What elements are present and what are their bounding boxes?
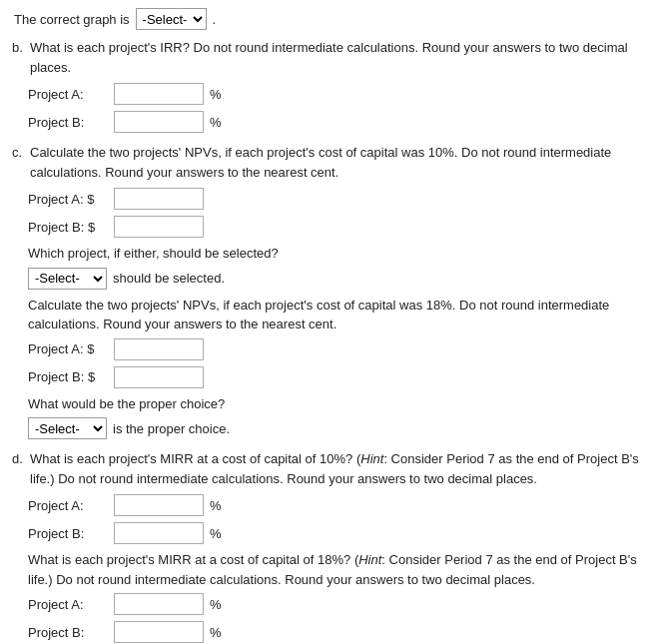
section-c-description2: Calculate the two projects' NPVs, if eac… (28, 296, 644, 334)
section-c-project-a-input[interactable] (114, 188, 204, 210)
section-b-description: What is each project's IRR? Do not round… (30, 38, 644, 77)
section-c-project-a2-label: Project A: $ (28, 341, 108, 356)
section-c-project-a-label: Project A: $ (28, 192, 108, 207)
section-c-after-select2: is the proper choice. (113, 421, 230, 436)
section-d-project-a-row: Project A: % (28, 494, 644, 516)
section-d-project-a2-row: Project A: % (28, 593, 644, 615)
section-b-project-a-input[interactable] (114, 83, 204, 105)
section-c-question-select-text: Which project, if either, should be sele… (28, 244, 644, 264)
section-d-project-b-unit: % (210, 526, 222, 541)
section-d-project-a-input[interactable] (114, 494, 204, 516)
section-c-project-a-row: Project A: $ (28, 188, 644, 210)
section-b-project-b-row: Project B: % (28, 111, 644, 133)
section-d: d. What is each project's MIRR at a cost… (12, 449, 644, 643)
section-c-letter: c. (12, 143, 26, 182)
section-d-project-b2-input[interactable] (114, 621, 204, 643)
section-c: c. Calculate the two projects' NPVs, if … (12, 143, 644, 439)
section-c-select2-row: -Select- Project A Project B Neither is … (28, 417, 644, 439)
correct-graph-select-wrapper[interactable]: -Select- A B C D (136, 8, 207, 30)
section-d-project-b2-unit: % (210, 625, 222, 640)
section-c-project-select[interactable]: -Select- Project A Project B Neither (28, 268, 107, 290)
section-b-header: b. What is each project's IRR? Do not ro… (12, 38, 644, 77)
section-d-project-a2-label: Project A: (28, 597, 108, 612)
section-d-description2: What is each project's MIRR at a cost of… (28, 550, 644, 589)
section-d-project-b-row: Project B: % (28, 522, 644, 544)
section-c-project-b2-row: Project B: $ (28, 366, 644, 388)
section-b-project-b-unit: % (210, 115, 222, 130)
section-d-letter: d. (12, 449, 26, 488)
section-c-select2-wrapper[interactable]: -Select- Project A Project B Neither (28, 417, 107, 439)
section-c-project-a2-row: Project A: $ (28, 338, 644, 360)
section-c-description: Calculate the two projects' NPVs, if eac… (30, 143, 644, 182)
section-b-project-a-row: Project A: % (28, 83, 644, 105)
section-b-project-a-unit: % (210, 87, 222, 102)
section-c-question-proper: What would be the proper choice? (28, 394, 644, 414)
section-c-select-wrapper[interactable]: -Select- Project A Project B Neither (28, 268, 107, 290)
section-b-project-b-input[interactable] (114, 111, 204, 133)
section-d-project-a-unit: % (210, 498, 222, 513)
section-c-project-select2[interactable]: -Select- Project A Project B Neither (28, 417, 107, 439)
section-b-project-a-label: Project A: (28, 87, 108, 102)
section-d-project-b-label: Project B: (28, 526, 108, 541)
section-d-project-b2-label: Project B: (28, 625, 108, 640)
section-c-project-b-input[interactable] (114, 216, 204, 238)
section-c-after-select: should be selected. (113, 271, 225, 286)
section-d-hint2: Hint (358, 552, 381, 567)
top-text-after: . (213, 12, 217, 27)
section-b-project-b-label: Project B: (28, 115, 108, 130)
section-d-header: d. What is each project's MIRR at a cost… (12, 449, 644, 488)
section-c-project-a2-input[interactable] (114, 338, 204, 360)
section-d-hint: Hint (360, 451, 383, 466)
correct-graph-select[interactable]: -Select- A B C D (136, 8, 207, 30)
section-d-project-a-label: Project A: (28, 498, 108, 513)
section-d-description: What is each project's MIRR at a cost of… (30, 449, 644, 488)
top-text-before: The correct graph is (14, 12, 130, 27)
section-c-project-b2-input[interactable] (114, 366, 204, 388)
section-d-project-b2-row: Project B: % (28, 621, 644, 643)
section-c-project-b-label: Project B: $ (28, 220, 108, 235)
section-d-project-a2-unit: % (210, 597, 222, 612)
section-c-project-b2-label: Project B: $ (28, 369, 108, 384)
section-c-header: c. Calculate the two projects' NPVs, if … (12, 143, 644, 182)
section-d-project-a2-input[interactable] (114, 593, 204, 615)
top-line: The correct graph is -Select- A B C D . (12, 8, 644, 30)
section-b: b. What is each project's IRR? Do not ro… (12, 38, 644, 133)
section-d-project-b-input[interactable] (114, 522, 204, 544)
section-b-letter: b. (12, 38, 26, 77)
section-c-project-b-row: Project B: $ (28, 216, 644, 238)
section-c-select-row: -Select- Project A Project B Neither sho… (28, 268, 644, 290)
